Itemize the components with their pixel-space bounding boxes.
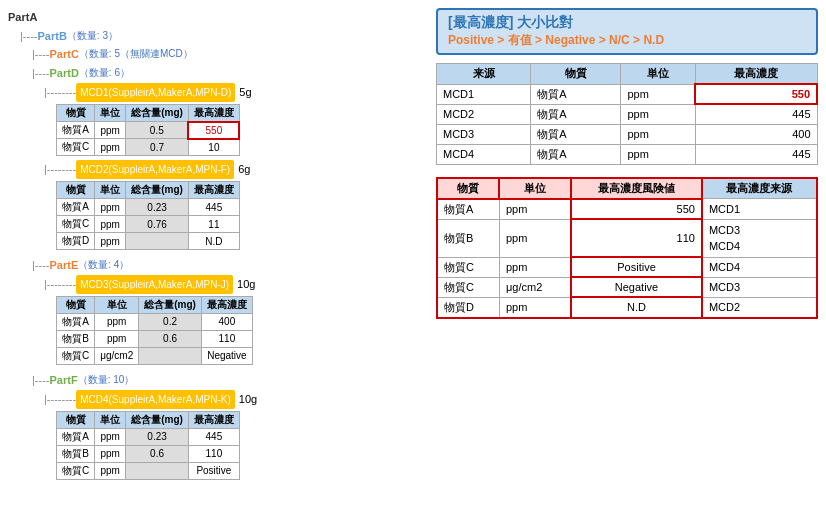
table-row: MCD1 物質A ppm 550 [437, 84, 818, 104]
tree-row-partb: |---- PartB （数量: 3） [20, 27, 428, 46]
table-row: 物質A ppm 0.5 550 [57, 122, 240, 139]
risk-table: 物質 単位 最高濃度風険値 最高濃度来源 物質A ppm 550 MCD1 物質… [436, 177, 818, 319]
mcd1-th-2: 総含量(mg) [126, 104, 189, 122]
table-row: 物質C ppm 0.76 11 [57, 216, 240, 233]
table-row: MCD4 物質A ppm 445 [437, 144, 818, 164]
mcd3-table-wrap: 物質 単位 総含量(mg) 最高濃度 物質A ppm 0.2 400 物質B [56, 296, 253, 365]
table-row: 物質A ppm 0.2 400 [57, 313, 253, 330]
table-row: 物質D ppm N.D MCD2 [437, 297, 817, 318]
tree-row-mcd1: |-------- MCD1(SuppleirA,MakerA,MPN-D) 5… [44, 83, 428, 102]
table-row: 物質C μg/cm2 Negative MCD3 [437, 277, 817, 297]
mcd2-table: 物質 単位 総含量(mg) 最高濃度 物質A ppm 0.23 445 物質C [56, 181, 240, 250]
parta-label: PartA [8, 8, 37, 27]
mcd1-th-0: 物質 [57, 104, 95, 122]
table-row: 物質B ppm 0.6 110 [57, 330, 253, 347]
partf-label: PartF [50, 371, 78, 390]
tree-row-partc: |---- PartC （数量: 5（無關連MCD） [32, 45, 428, 64]
mcd1-table-wrap: 物質 単位 総含量(mg) 最高濃度 物質A ppm 0.5 550 物質C [56, 104, 240, 157]
partb-label: PartB [38, 27, 67, 46]
mcd1-weight: 5g [239, 83, 251, 102]
mcd4-label: MCD4(SuppleirA,MakerA,MPN-K) [76, 390, 235, 409]
tree-row-mcd3: |-------- MCD3(SuppleirA,MakerA,MPN-J) 1… [44, 275, 428, 294]
tree-row-mcd4: |-------- MCD4(SuppleirA,MakerA,MPN-K) 1… [44, 390, 428, 409]
tree-row-partf: |---- PartF （数量: 10） [32, 371, 428, 390]
mcd3-table: 物質 単位 総含量(mg) 最高濃度 物質A ppm 0.2 400 物質B [56, 296, 253, 365]
mcd4-table-wrap: 物質 単位 総含量(mg) 最高濃度 物質A ppm 0.23 445 物質B [56, 411, 240, 480]
mcd1-table: 物質 単位 総含量(mg) 最高濃度 物質A ppm 0.5 550 物質C [56, 104, 240, 157]
title-main: [最高濃度] 大小比對 [448, 14, 806, 32]
table-row: 物質C ppm Positive [57, 462, 240, 479]
mcd1-th-1: 単位 [95, 104, 126, 122]
title-box: [最高濃度] 大小比對 Positive > 有值 > Negative > N… [436, 8, 818, 55]
tree-row-parte: |---- PartE （数量: 4） [32, 256, 428, 275]
mcd2-weight: 6g [238, 160, 250, 179]
mcd3-label: MCD3(SuppleirA,MakerA,MPN-J) [76, 275, 233, 294]
parte-label: PartE [50, 256, 79, 275]
table-row: 物質C ppm Positive MCD4 [437, 257, 817, 277]
tree-row-partd: |---- PartD （数量: 6） [32, 64, 428, 83]
table-row: 物質A ppm 0.23 445 [57, 428, 240, 445]
mcd4-table: 物質 単位 総含量(mg) 最高濃度 物質A ppm 0.23 445 物質B [56, 411, 240, 480]
mcd4-weight: 10g [239, 390, 257, 409]
left-tree-panel: PartA |---- PartB （数量: 3） |---- PartC （数… [8, 8, 428, 505]
mcd2-label: MCD2(SuppleirA,MakerA,MPN-F) [76, 160, 234, 179]
partd-count: （数量: 6） [79, 64, 130, 81]
partc-label: PartC [50, 45, 79, 64]
top-right-table-section: 来源 物質 単位 最高濃度 MCD1 物質A ppm 550 MCD2 [436, 63, 818, 165]
table-row: 物質C μg/cm2 Negative [57, 347, 253, 364]
table-row: 物質D ppm N.D [57, 233, 240, 250]
mcd3-weight: 10g [237, 275, 255, 294]
table-row: MCD3 物質A ppm 400 [437, 124, 818, 144]
table-row: 物質A ppm 0.23 445 [57, 199, 240, 216]
right-panel: [最高濃度] 大小比對 Positive > 有值 > Negative > N… [436, 8, 818, 505]
top-right-table: 来源 物質 単位 最高濃度 MCD1 物質A ppm 550 MCD2 [436, 63, 818, 165]
mcd2-table-wrap: 物質 単位 総含量(mg) 最高濃度 物質A ppm 0.23 445 物質C [56, 181, 240, 250]
mcd1-th-3: 最高濃度 [188, 104, 239, 122]
risk-table-section: 物質 単位 最高濃度風険値 最高濃度来源 物質A ppm 550 MCD1 物質… [436, 177, 818, 319]
table-row: 物質B ppm 110 MCD3MCD4 [437, 219, 817, 257]
title-sub: Positive > 有值 > Negative > N/C > N.D [448, 32, 806, 49]
tree-row-parta: PartA [8, 8, 428, 27]
table-row: 物質C ppm 0.7 10 [57, 139, 240, 156]
partc-count: （数量: 5（無關連MCD） [79, 45, 193, 62]
table-row: MCD2 物質A ppm 445 [437, 104, 818, 124]
table-row: 物質B ppm 0.6 110 [57, 445, 240, 462]
table-row: 物質A ppm 550 MCD1 [437, 199, 817, 220]
tree-row-mcd2: |-------- MCD2(SuppleirA,MakerA,MPN-F) 6… [44, 160, 428, 179]
parte-count: （数量: 4） [78, 256, 129, 273]
mcd1-label: MCD1(SuppleirA,MakerA,MPN-D) [76, 83, 235, 102]
partd-label: PartD [50, 64, 79, 83]
partf-count: （数量: 10） [78, 371, 135, 388]
partb-count: （数量: 3） [67, 27, 118, 44]
